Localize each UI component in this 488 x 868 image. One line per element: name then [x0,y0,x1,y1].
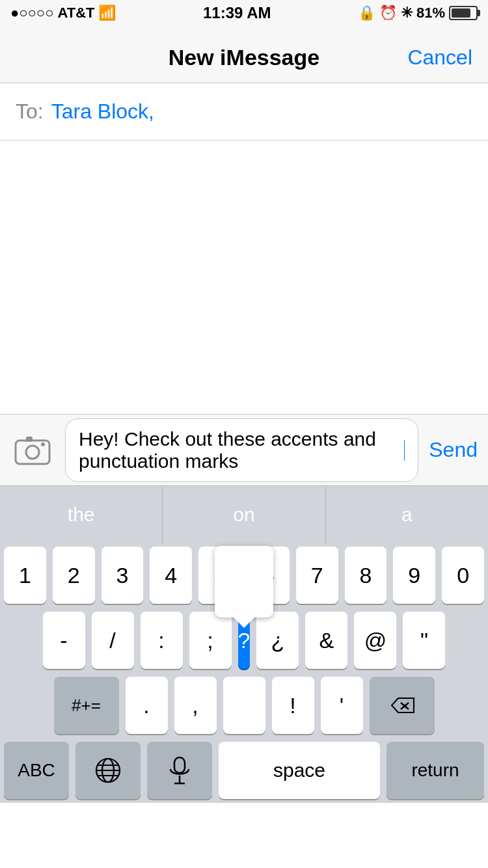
key-popup-bubble: ? [215,546,273,617]
delete-icon [389,696,415,715]
key-apostrophe[interactable]: ' [321,677,363,734]
key-abc[interactable]: ABC [4,742,69,799]
key-colon[interactable]: : [141,612,183,669]
key-quote[interactable]: " [403,612,445,669]
key-delete[interactable] [370,677,435,734]
key-1[interactable]: 1 [4,547,46,604]
signal-dots: ●○○○○ [10,5,53,21]
globe-icon [94,757,122,784]
key-9[interactable]: 9 [393,547,435,604]
key-space[interactable]: space [219,742,380,799]
bottom-row: ABC space return [0,738,488,803]
send-button[interactable]: Send [429,438,478,462]
cancel-button[interactable]: Cancel [407,46,472,70]
key-return[interactable]: return [386,742,484,799]
svg-rect-2 [26,437,33,442]
status-right: 🔒 ⏰ ✳ 81% [358,5,478,21]
key-inverted-question[interactable]: ¿ [256,612,299,669]
key-microphone[interactable] [147,742,212,799]
autocomplete-on[interactable]: on [163,486,325,543]
battery-percent: 81% [416,5,445,21]
wifi-icon: 📶 [98,5,116,21]
keyboard: 1 2 3 4 5 6 7 8 9 0 - / : ; ? ? ¿ & @ " … [0,543,488,803]
carrier-label: AT&T [57,5,94,21]
key-0[interactable]: 0 [442,547,484,604]
key-8[interactable]: 8 [345,547,387,604]
action-row: #+= . , ! ' [0,673,488,738]
key-slash[interactable]: / [92,612,134,669]
input-area: Hey! Check out these accents and punctua… [0,414,488,485]
key-4[interactable]: 4 [150,547,192,604]
status-bar: ●○○○○ AT&T 📶 11:39 AM 🔒 ⏰ ✳ 81% [0,0,488,26]
key-dash[interactable]: - [43,612,85,669]
symbol-row: - / : ; ? ? ¿ & @ " [0,608,488,673]
svg-point-1 [26,446,39,459]
camera-button[interactable] [10,428,55,472]
battery-icon [449,6,478,20]
nav-title: New iMessage [169,45,319,70]
status-time: 11:39 AM [203,4,271,22]
autocomplete-the[interactable]: the [0,486,163,543]
key-question[interactable]: ? ? [238,612,251,669]
alarm-icon: ⏰ [379,5,397,21]
svg-point-3 [41,442,45,446]
text-cursor [404,440,405,461]
message-text: Hey! Check out these accents and punctua… [79,428,403,472]
microphone-icon [168,756,191,785]
autocomplete-bar: the on a [0,485,488,543]
key-7[interactable]: 7 [296,547,338,604]
key-at[interactable]: @ [354,612,396,669]
lock-icon: 🔒 [358,5,375,21]
key-comma[interactable]: , [174,677,217,734]
camera-icon [14,434,51,467]
key-2[interactable]: 2 [53,547,95,604]
to-field[interactable]: To: Tara Block, [0,83,488,141]
key-hashtag[interactable]: #+= [54,677,119,734]
key-semicolon[interactable]: ; [189,612,232,669]
message-input[interactable]: Hey! Check out these accents and punctua… [65,418,418,482]
to-recipient[interactable]: Tara Block, [51,100,154,124]
svg-rect-11 [174,757,185,773]
to-label: To: [16,100,44,124]
bluetooth-icon: ✳ [401,5,413,21]
status-left: ●○○○○ AT&T 📶 [10,5,116,21]
key-period[interactable]: . [126,677,168,734]
key-ampersand[interactable]: & [305,612,347,669]
autocomplete-a[interactable]: a [326,486,488,543]
key-3[interactable]: 3 [102,547,144,604]
key-globe[interactable] [75,742,141,799]
message-area[interactable] [0,141,488,414]
key-empty[interactable] [223,677,265,734]
key-exclamation[interactable]: ! [272,677,314,734]
nav-bar: New iMessage Cancel [0,26,488,83]
